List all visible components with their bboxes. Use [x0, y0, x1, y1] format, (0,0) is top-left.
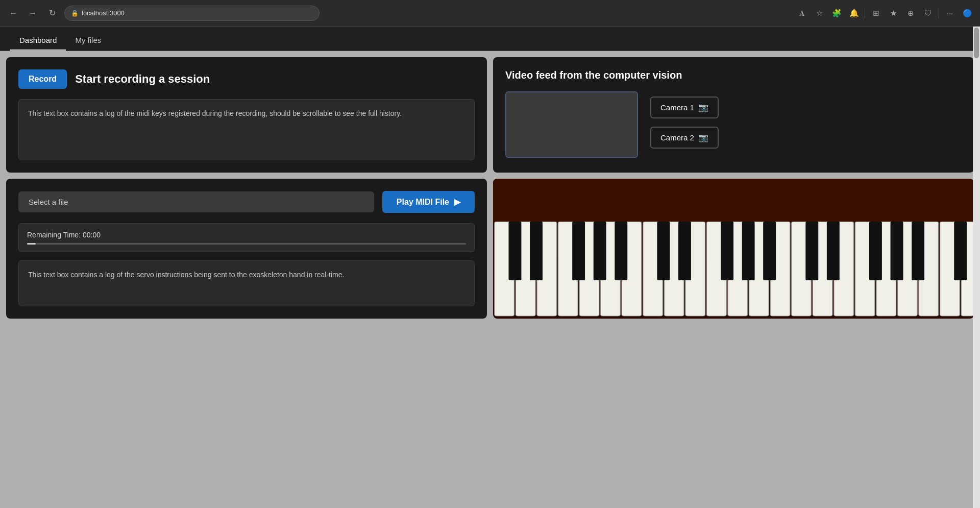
black-key-1[interactable]	[508, 222, 521, 280]
camera2-button[interactable]: Camera 2 📷	[650, 127, 719, 149]
camera1-icon: 📷	[698, 103, 708, 112]
record-title: Start recording a session	[75, 72, 210, 86]
scrollbar[interactable]	[973, 27, 980, 508]
midi-log-text: This text box contains a log of the midi…	[28, 109, 402, 117]
tab-bar: Dashboard My files	[0, 27, 980, 51]
camera2-label: Camera 2	[660, 133, 694, 142]
main-content: Record Start recording a session This te…	[0, 51, 980, 325]
black-key-6[interactable]	[657, 222, 670, 280]
browser-chrome: ← → ↻ 🔒 localhost:3000 𝐀 ☆ 🧩 🔔 ⊞ ★ ⊕ 🛡 ·…	[0, 0, 980, 27]
divider	[865, 8, 865, 18]
servo-log-box[interactable]: This text box contains a log of the serv…	[18, 260, 475, 306]
midi-player-card: Select a file Play MIDI File ▶ Remaining…	[6, 179, 487, 319]
black-key-8[interactable]	[721, 222, 733, 280]
black-key-3[interactable]	[572, 222, 585, 280]
midi-log-box[interactable]: This text box contains a log of the midi…	[18, 99, 475, 160]
black-key-11[interactable]	[805, 222, 818, 280]
extension-icon[interactable]: 🧩	[830, 7, 843, 20]
video-preview	[505, 91, 638, 158]
piano-keyboard	[493, 222, 974, 319]
remaining-time-label: Remaining Time: 00:00	[27, 231, 466, 239]
tab-dashboard[interactable]: Dashboard	[10, 31, 66, 51]
refresh-button[interactable]: ↻	[45, 6, 59, 20]
black-key-12[interactable]	[827, 222, 840, 280]
record-card-header: Record Start recording a session	[18, 69, 475, 89]
record-button[interactable]: Record	[18, 69, 67, 89]
favorites-icon[interactable]: ★	[887, 7, 900, 20]
lock-icon: 🔒	[71, 10, 79, 17]
reading-icon[interactable]: ⊞	[869, 7, 883, 20]
servo-log-text: This text box contains a log of the serv…	[28, 271, 344, 279]
browser-toolbar: 𝐀 ☆ 🧩 🔔 ⊞ ★ ⊕ 🛡 ··· 🔵	[795, 7, 974, 20]
camera-buttons: Camera 1 📷 Camera 2 📷	[650, 91, 719, 149]
camera2-icon: 📷	[698, 133, 708, 142]
forward-button[interactable]: →	[26, 6, 40, 20]
video-feed-title: Video feed from the computer vision	[505, 69, 962, 81]
record-card: Record Start recording a session This te…	[6, 57, 487, 173]
play-midi-label: Play MIDI File	[397, 198, 449, 207]
scrollbar-thumb[interactable]	[974, 28, 979, 58]
black-key-16[interactable]	[954, 222, 967, 280]
play-icon: ▶	[454, 197, 460, 207]
piano-card	[493, 179, 974, 319]
profile-icon[interactable]: 🔵	[961, 7, 974, 20]
progress-bar-fill	[27, 243, 36, 245]
tab-my-files[interactable]: My files	[66, 31, 110, 51]
black-key-2[interactable]	[530, 222, 543, 280]
piano-svg	[493, 222, 974, 319]
progress-bar[interactable]	[27, 243, 466, 245]
black-key-14[interactable]	[891, 222, 903, 280]
black-key-13[interactable]	[869, 222, 882, 280]
camera1-button[interactable]: Camera 1 📷	[650, 96, 719, 118]
black-key-5[interactable]	[615, 222, 627, 280]
black-key-10[interactable]	[763, 222, 776, 280]
remaining-time-section: Remaining Time: 00:00	[18, 223, 475, 252]
browser-guard-icon[interactable]: 🛡	[921, 7, 935, 20]
bookmark-icon[interactable]: ☆	[813, 7, 826, 20]
more-options-button[interactable]: ···	[943, 7, 957, 20]
back-button[interactable]: ←	[6, 6, 20, 20]
piano-top-area	[493, 179, 974, 222]
url-text: localhost:3000	[82, 9, 125, 17]
midi-controls: Select a file Play MIDI File ▶	[18, 191, 475, 213]
collections-icon[interactable]: ⊕	[904, 7, 917, 20]
black-key-7[interactable]	[678, 222, 691, 280]
shield-icon[interactable]: 🔔	[847, 7, 861, 20]
play-midi-button[interactable]: Play MIDI File ▶	[382, 191, 475, 213]
file-select-button[interactable]: Select a file	[18, 191, 374, 212]
camera1-label: Camera 1	[660, 103, 694, 112]
video-feed-content: Camera 1 📷 Camera 2 📷	[505, 91, 962, 158]
address-bar[interactable]: 🔒 localhost:3000	[64, 6, 320, 21]
black-key-4[interactable]	[594, 222, 606, 280]
black-key-15[interactable]	[912, 222, 924, 280]
video-feed-card: Video feed from the computer vision Came…	[493, 57, 974, 173]
font-icon[interactable]: 𝐀	[795, 7, 808, 20]
black-key-9[interactable]	[742, 222, 755, 280]
divider2	[939, 8, 939, 18]
